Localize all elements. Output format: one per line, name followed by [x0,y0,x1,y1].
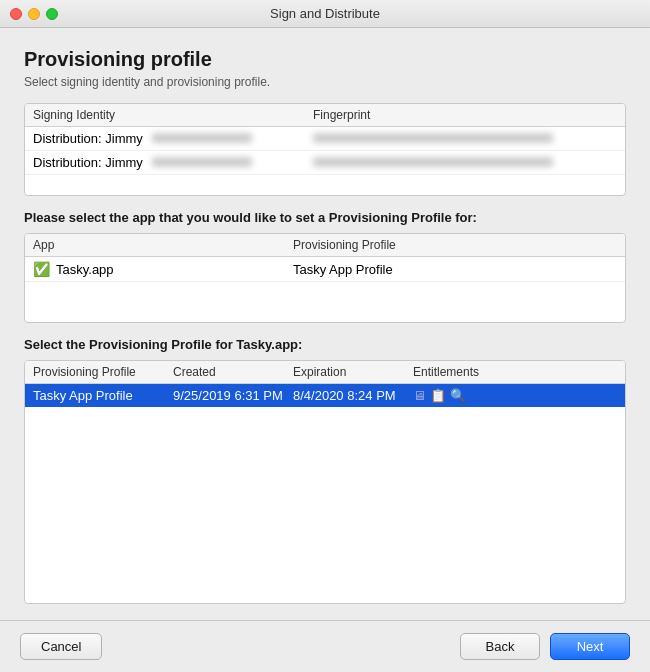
back-button[interactable]: Back [460,633,540,660]
fingerprint-1 [313,131,617,146]
prov-entitlements-header: Entitlements [413,365,617,379]
blur-fp-2 [313,157,553,167]
footer: Cancel Back Next [0,620,650,672]
app-col-header: App [33,238,293,252]
app-name: Tasky.app [56,262,114,277]
signing-identity-header: Signing Identity [33,108,313,122]
prov-table-body: Tasky App Profile 9/25/2019 6:31 PM 8/4/… [25,384,625,603]
blur-fp-1 [313,133,553,143]
checkmark-icon: ✅ [33,261,50,277]
app-section-label: Please select the app that you would lik… [24,210,626,225]
app-name-cell: ✅ Tasky.app [33,261,293,277]
prov-row-1[interactable]: Tasky App Profile 9/25/2019 6:31 PM 8/4/… [25,384,625,407]
minimize-button[interactable] [28,8,40,20]
window-title: Sign and Distribute [270,6,380,21]
app-row-1[interactable]: ✅ Tasky.app Tasky App Profile [25,257,625,282]
main-content: Provisioning profile Select signing iden… [0,28,650,620]
close-button[interactable] [10,8,22,20]
device-icon: 🖥 [413,388,426,403]
prov-name-header: Provisioning Profile [33,365,173,379]
profile-icon: 📋 [430,388,446,403]
traffic-lights [10,8,58,20]
search-icon: 🔍 [450,388,466,403]
provisioning-col-header: Provisioning Profile [293,238,617,252]
signing-row-2[interactable]: Distribution: Jimmy [25,151,625,175]
signing-row-1[interactable]: Distribution: Jimmy [25,127,625,151]
prov-row-entitlements: 🖥 📋 🔍 [413,388,617,403]
prov-expiration-header: Expiration [293,365,413,379]
app-table-header: App Provisioning Profile [25,234,625,257]
fingerprint-2 [313,155,617,170]
prov-row-expiration: 8/4/2020 8:24 PM [293,388,413,403]
blur-2 [152,157,252,167]
app-profile-cell: Tasky App Profile [293,262,617,277]
blur-1 [152,133,252,143]
signing-identity-1: Distribution: Jimmy [33,131,313,146]
signing-table-padding [25,175,625,195]
fingerprint-header: Fingerprint [313,108,617,122]
app-table-body: ✅ Tasky.app Tasky App Profile [25,257,625,322]
footer-left: Cancel [20,633,460,660]
app-empty-space [25,282,625,322]
maximize-button[interactable] [46,8,58,20]
provisioning-table: Provisioning Profile Created Expiration … [24,360,626,604]
page-subtitle: Select signing identity and provisioning… [24,75,626,89]
app-table: App Provisioning Profile ✅ Tasky.app Tas… [24,233,626,323]
prov-created-header: Created [173,365,293,379]
page-title: Provisioning profile [24,48,626,71]
footer-right: Back Next [460,633,630,660]
signing-identity-2: Distribution: Jimmy [33,155,313,170]
prov-table-header: Provisioning Profile Created Expiration … [25,361,625,384]
signing-identity-table: Signing Identity Fingerprint Distributio… [24,103,626,196]
prov-row-name: Tasky App Profile [33,388,173,403]
signing-table-header: Signing Identity Fingerprint [25,104,625,127]
prov-row-created: 9/25/2019 6:31 PM [173,388,293,403]
title-bar: Sign and Distribute [0,0,650,28]
cancel-button[interactable]: Cancel [20,633,102,660]
next-button[interactable]: Next [550,633,630,660]
prov-section-label: Select the Provisioning Profile for Task… [24,337,626,352]
